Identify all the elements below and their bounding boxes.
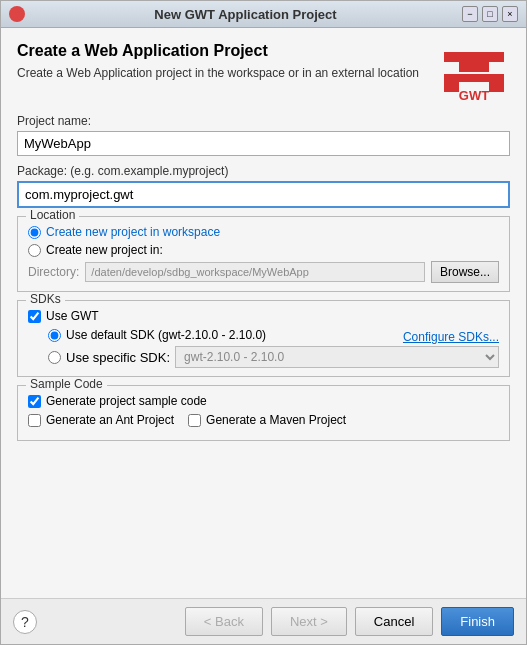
dialog-window: New GWT Application Project − □ × Create… (0, 0, 527, 645)
generate-sample-label: Generate project sample code (46, 394, 207, 408)
ant-project-label: Generate an Ant Project (46, 413, 174, 427)
ant-project-row: Generate an Ant Project (28, 413, 174, 427)
content-area: Create a Web Application Project Create … (1, 28, 526, 598)
project-name-label: Project name: (17, 114, 510, 128)
use-gwt-label: Use GWT (46, 309, 99, 323)
gwt-logo: GWT (438, 42, 510, 102)
generate-sample-checkbox[interactable] (28, 395, 41, 408)
package-label: Package: (e.g. com.example.myproject) (17, 164, 510, 178)
title-bar: New GWT Application Project − □ × (1, 1, 526, 28)
project-name-input[interactable] (17, 131, 510, 156)
header-title: Create a Web Application Project (17, 42, 438, 60)
sdks-section: SDKs Use GWT Use default SDK (gwt-2.10.0… (17, 300, 510, 377)
svg-rect-2 (444, 74, 459, 92)
help-button[interactable]: ? (13, 610, 37, 634)
svg-rect-4 (459, 74, 489, 82)
package-group: Package: (e.g. com.example.myproject) (17, 164, 510, 208)
sdks-section-label: SDKs (26, 292, 65, 306)
use-gwt-checkbox[interactable] (28, 310, 41, 323)
dialog-title: New GWT Application Project (29, 7, 462, 22)
finish-button[interactable]: Finish (441, 607, 514, 636)
location-custom-label: Create new project in: (46, 243, 163, 257)
directory-row: Directory: Browse... (28, 261, 499, 283)
back-button[interactable]: < Back (185, 607, 263, 636)
sdk-indent: Use default SDK (gwt-2.10.0 - 2.10.0) Co… (28, 328, 499, 368)
header-text: Create a Web Application Project Create … (17, 42, 438, 82)
header-description: Create a Web Application project in the … (17, 65, 438, 82)
specific-sdk-row: Use specific SDK: gwt-2.10.0 - 2.10.0 (48, 346, 499, 368)
location-workspace-row: Create new project in workspace (28, 225, 499, 239)
next-button[interactable]: Next > (271, 607, 347, 636)
svg-marker-1 (474, 52, 504, 72)
project-type-row: Generate an Ant Project Generate a Maven… (28, 413, 499, 432)
maven-project-label: Generate a Maven Project (206, 413, 346, 427)
default-sdk-radio[interactable] (48, 329, 61, 342)
default-sdk-row: Use default SDK (gwt-2.10.0 - 2.10.0) Co… (48, 328, 499, 346)
location-workspace-label: Create new project in workspace (46, 225, 220, 239)
use-gwt-row: Use GWT (28, 309, 499, 323)
default-sdk-radio-row: Use default SDK (gwt-2.10.0 - 2.10.0) (48, 328, 266, 342)
location-section: Location Create new project in workspace… (17, 216, 510, 292)
specific-sdk-radio[interactable] (48, 351, 61, 364)
footer-buttons: < Back Next > Cancel Finish (185, 607, 514, 636)
minimize-button[interactable]: − (462, 6, 478, 22)
header-section: Create a Web Application Project Create … (17, 42, 510, 102)
specific-sdk-label: Use specific SDK: (66, 350, 170, 365)
browse-button[interactable]: Browse... (431, 261, 499, 283)
location-section-label: Location (26, 208, 79, 222)
location-custom-radio[interactable] (28, 244, 41, 257)
svg-text:GWT: GWT (459, 88, 489, 102)
configure-sdks-link[interactable]: Configure SDKs... (403, 330, 499, 344)
project-name-group: Project name: (17, 114, 510, 156)
directory-label: Directory: (28, 265, 79, 279)
generate-sample-row: Generate project sample code (28, 394, 499, 408)
maven-project-row: Generate a Maven Project (188, 413, 346, 427)
location-custom-row: Create new project in: (28, 243, 499, 257)
specific-sdk-dropdown[interactable]: gwt-2.10.0 - 2.10.0 (175, 346, 499, 368)
svg-rect-3 (489, 74, 504, 92)
footer: ? < Back Next > Cancel Finish (1, 598, 526, 644)
directory-input[interactable] (85, 262, 425, 282)
title-bar-controls: − □ × (462, 6, 518, 22)
sample-code-section: Sample Code Generate project sample code… (17, 385, 510, 441)
package-input[interactable] (17, 181, 510, 208)
maximize-button[interactable]: □ (482, 6, 498, 22)
window-icon (9, 6, 25, 22)
default-sdk-label: Use default SDK (gwt-2.10.0 - 2.10.0) (66, 328, 266, 342)
ant-project-checkbox[interactable] (28, 414, 41, 427)
svg-marker-0 (444, 52, 474, 72)
close-button[interactable]: × (502, 6, 518, 22)
sample-code-label: Sample Code (26, 377, 107, 391)
location-workspace-radio[interactable] (28, 226, 41, 239)
maven-project-checkbox[interactable] (188, 414, 201, 427)
cancel-button[interactable]: Cancel (355, 607, 433, 636)
